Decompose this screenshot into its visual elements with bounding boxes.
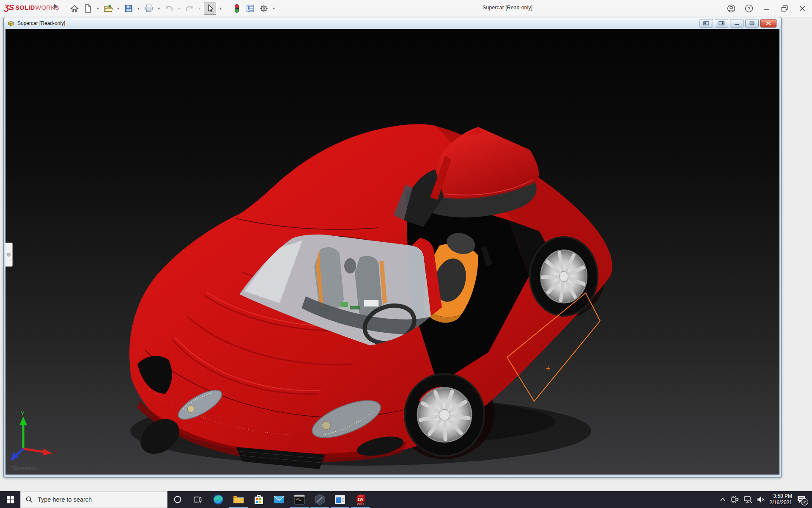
sw-icon-year: 2021 bbox=[357, 502, 364, 505]
open-button[interactable] bbox=[102, 3, 114, 14]
featuremanager-pane-button[interactable] bbox=[700, 19, 713, 28]
solidworks-taskbar-button[interactable]: SW 2021 bbox=[350, 491, 370, 508]
clock-time: 3:58 PM bbox=[770, 493, 792, 500]
document-titlebar[interactable]: Supercar [Read-only] bbox=[4, 17, 781, 29]
file-properties-button[interactable] bbox=[244, 3, 256, 14]
speaker-muted-icon bbox=[757, 496, 765, 503]
store-icon bbox=[254, 494, 264, 505]
minimize-icon bbox=[764, 6, 770, 11]
display-pane-button[interactable] bbox=[715, 19, 728, 28]
print-icon bbox=[144, 4, 153, 13]
quick-access-toolbar: ▾ ▾ ▾ bbox=[69, 0, 276, 17]
edge-button[interactable] bbox=[208, 491, 228, 508]
toolbar-expand-arrow[interactable] bbox=[54, 4, 57, 9]
taskbar-clock[interactable]: 3:58 PM 2/16/2021 bbox=[770, 493, 792, 506]
file-explorer-button[interactable] bbox=[228, 491, 249, 508]
network-button[interactable] bbox=[743, 496, 752, 503]
rebuild-button[interactable] bbox=[231, 3, 242, 14]
print-button[interactable] bbox=[143, 3, 154, 14]
volume-button[interactable] bbox=[757, 496, 765, 503]
desktop-app-icon bbox=[335, 495, 346, 504]
hexagon-app-icon bbox=[314, 494, 325, 505]
chevron-up-icon bbox=[720, 497, 726, 502]
minimize-button[interactable] bbox=[760, 3, 774, 14]
undo-dropdown-caret[interactable]: ▾ bbox=[177, 6, 181, 11]
document-title: Supercar [Read-only] bbox=[17, 20, 65, 26]
start-button[interactable] bbox=[0, 491, 20, 508]
document-window-controls bbox=[700, 19, 776, 28]
save-button[interactable] bbox=[123, 3, 134, 14]
document-close-button[interactable] bbox=[760, 19, 776, 28]
save-icon bbox=[124, 4, 133, 13]
options-dropdown-caret[interactable]: ▾ bbox=[272, 6, 276, 11]
app-titlebar: ƷS SOLID WORKS ▾ ▾ bbox=[0, 0, 812, 17]
new-dropdown-caret[interactable]: ▾ bbox=[96, 6, 100, 11]
desktop: { "app": { "brand_mark": "ƷS", "brand_so… bbox=[0, 0, 812, 508]
search-icon bbox=[26, 496, 33, 503]
desktop-app-button[interactable] bbox=[330, 491, 350, 508]
save-dropdown-caret[interactable]: ▾ bbox=[136, 6, 141, 11]
document-restore-button[interactable] bbox=[745, 19, 759, 28]
graphics-viewport[interactable]: Y X *Dimetric bbox=[5, 29, 779, 475]
action-center-button[interactable]: 2 bbox=[797, 495, 806, 504]
help-icon: ? bbox=[745, 4, 753, 13]
show-hidden-icons-button[interactable] bbox=[720, 497, 726, 502]
file-explorer-icon bbox=[233, 495, 244, 504]
open-dropdown-caret[interactable]: ▾ bbox=[116, 6, 121, 11]
home-icon bbox=[70, 4, 79, 13]
solidworks-2021-icon: SW 2021 bbox=[355, 494, 366, 505]
undo-button[interactable] bbox=[163, 3, 175, 14]
file-properties-icon bbox=[246, 4, 255, 13]
system-tray: 3:58 PM 2/16/2021 2 bbox=[720, 491, 812, 508]
taskbar-search[interactable] bbox=[20, 491, 167, 508]
restore-button[interactable] bbox=[777, 3, 792, 14]
toolbar-separator bbox=[227, 3, 227, 14]
undo-icon bbox=[165, 5, 173, 12]
select-button[interactable] bbox=[204, 3, 216, 15]
document-minimize-button[interactable] bbox=[730, 19, 743, 28]
sign-in-button[interactable] bbox=[724, 3, 738, 14]
minimize-icon bbox=[734, 21, 739, 25]
window-controls: ? bbox=[724, 0, 809, 17]
car-render[interactable] bbox=[5, 29, 779, 475]
pane-expand-tab[interactable] bbox=[5, 243, 13, 267]
gear-icon bbox=[260, 4, 268, 13]
help-button[interactable]: ? bbox=[742, 3, 756, 14]
hexagon-app-button[interactable] bbox=[310, 491, 330, 508]
new-document-icon bbox=[84, 4, 92, 13]
view-orientation-label: *Dimetric bbox=[11, 465, 37, 471]
command-prompt-icon: C:\_ bbox=[294, 494, 305, 505]
close-button[interactable] bbox=[795, 3, 809, 14]
mail-button[interactable] bbox=[269, 491, 289, 508]
restore-icon bbox=[781, 5, 788, 12]
search-input[interactable] bbox=[37, 496, 157, 503]
task-view-button[interactable] bbox=[188, 491, 208, 508]
left-pane-icon bbox=[703, 21, 709, 25]
document-window: Supercar [Read-only] bbox=[3, 17, 782, 478]
home-button[interactable] bbox=[69, 3, 80, 14]
clock-date: 2/16/2021 bbox=[770, 500, 792, 506]
options-button[interactable] bbox=[258, 3, 269, 14]
brand-solid: SOLID bbox=[15, 4, 35, 11]
print-dropdown-caret[interactable]: ▾ bbox=[156, 6, 161, 11]
mail-icon bbox=[274, 495, 285, 504]
command-prompt-button[interactable]: C:\_ bbox=[289, 491, 310, 508]
orientation-triad[interactable]: Y X bbox=[9, 410, 60, 463]
right-pane-icon bbox=[719, 21, 724, 25]
cortana-button[interactable] bbox=[167, 491, 188, 508]
new-document-button[interactable] bbox=[82, 3, 93, 14]
camera-icon bbox=[730, 496, 739, 503]
cortana-icon bbox=[173, 495, 182, 504]
restore-icon bbox=[749, 21, 754, 25]
sw-icon-text: SW bbox=[357, 497, 364, 502]
assembly-document-icon bbox=[7, 20, 15, 27]
network-icon bbox=[743, 496, 752, 503]
triad-x-label: X bbox=[54, 449, 57, 455]
redo-button[interactable] bbox=[184, 3, 195, 14]
select-dropdown-caret[interactable]: ▾ bbox=[218, 6, 223, 11]
redo-dropdown-caret[interactable]: ▾ bbox=[197, 6, 202, 11]
store-button[interactable] bbox=[249, 491, 269, 508]
notification-badge: 2 bbox=[801, 498, 808, 505]
front-wheel bbox=[405, 374, 484, 456]
meet-now-button[interactable] bbox=[730, 496, 739, 503]
